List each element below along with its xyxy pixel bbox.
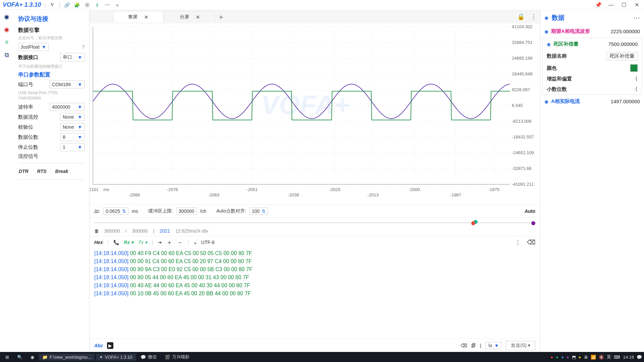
font-dec-button[interactable]: －: [177, 238, 183, 246]
tray-notif-icon[interactable]: 💬: [637, 355, 642, 360]
hex-toggle[interactable]: Hex: [94, 240, 103, 245]
encoding-icon[interactable]: ⟁: [194, 240, 197, 245]
fingerprint-icon[interactable]: 〰: [104, 2, 111, 8]
lineend-select[interactable]: \n▼: [485, 342, 502, 349]
tray-wifi-icon[interactable]: 📶: [591, 355, 596, 360]
tab-split[interactable]: 分屏 ✕: [165, 11, 215, 22]
os-taskbar[interactable]: ⊞ 🔍 ◉ 📁 F:\new_work\bigmo... ✦ VOFA+ 1.3…: [0, 352, 644, 362]
tray-clock[interactable]: 14:18: [623, 355, 634, 360]
tray-ime[interactable]: 英: [607, 354, 611, 360]
port-select[interactable]: COM189▼: [50, 80, 85, 88]
dt-input[interactable]: 0.0625⇅: [103, 207, 128, 215]
break-button[interactable]: Break: [55, 169, 68, 174]
lock-icon[interactable]: 🔒: [517, 13, 525, 20]
close-button[interactable]: ✕: [632, 2, 641, 8]
start-button[interactable]: ⊞: [2, 354, 12, 361]
log-panel: Hex | 📞 Rx ▾ Tx ▾ | ⇥ ＋ － | ⟁ UTF-8 ⋮ ⌫ …: [90, 236, 540, 352]
data-row-expected[interactable]: ◉ 期望A相电流波形 2225.000000: [540, 25, 644, 37]
tab-more-icon[interactable]: ⋮: [531, 13, 537, 20]
minimize-button[interactable]: —: [606, 2, 616, 8]
task-circle[interactable]: ◉: [27, 354, 38, 361]
send-list-icon[interactable]: 🗐: [471, 343, 476, 348]
tray-icon[interactable]: 🖥: [584, 355, 588, 360]
time-slider[interactable]: [94, 219, 535, 226]
eye-icon[interactable]: ◉: [547, 42, 551, 47]
waveform-chart[interactable]: [90, 23, 540, 204]
info-icon[interactable]: ℹ: [94, 2, 101, 8]
flow-select[interactable]: None▼: [60, 113, 85, 121]
color-swatch[interactable]: [630, 64, 638, 72]
task-wx2[interactable]: 🎬 万兴喵影: [161, 353, 193, 361]
rail-record-icon[interactable]: ◉: [3, 25, 11, 34]
slider-handle-b[interactable]: [471, 221, 475, 225]
spin-icon[interactable]: ⇅: [262, 208, 266, 214]
system-tray[interactable]: ● ● ● ● ⬒ ● 🖥 📶 🔇 英 ⌨ 14:18 💬: [550, 354, 642, 360]
rx-toggle[interactable]: Rx ▾: [124, 240, 133, 245]
tray-icon[interactable]: ●: [550, 355, 553, 360]
data-name: A相实际电流: [551, 98, 608, 105]
eye-icon[interactable]: ◉: [544, 29, 548, 34]
send-button[interactable]: 发送(S) ▾: [506, 341, 535, 350]
link-icon[interactable]: 🔗: [64, 2, 70, 8]
v-icon[interactable]: 𝐕: [49, 2, 56, 8]
rail-circle-icon[interactable]: ◉: [3, 13, 11, 21]
tray-icon[interactable]: ●: [561, 355, 564, 360]
plugin-icon[interactable]: 🧩: [74, 2, 80, 8]
rail-copy-icon[interactable]: ⧉: [3, 51, 11, 59]
abc-toggle[interactable]: Abc: [94, 343, 103, 348]
add-tab-button[interactable]: ＋: [216, 12, 226, 21]
tab-close-icon[interactable]: ✕: [144, 14, 148, 20]
chart-controls: Δt: 0.0625⇅ ms 缓冲区上限: 300000 /ch Auto点数对…: [90, 204, 540, 218]
engine-select[interactable]: JustFloat▼: [18, 43, 49, 51]
help-icon[interactable]: ?: [82, 44, 85, 50]
iface-select[interactable]: 串口▼: [60, 53, 85, 62]
chevron-left-icon[interactable]: 〈: [633, 76, 638, 82]
spin-icon[interactable]: ⇅: [122, 208, 126, 214]
slider-handle-c[interactable]: [531, 221, 535, 225]
data-row-deadzone[interactable]: ◉ 死区补偿量 7500.000000: [543, 38, 642, 50]
rts-button[interactable]: RTS: [37, 169, 47, 174]
tab-close-icon[interactable]: ✕: [196, 14, 200, 20]
search-button[interactable]: 🔍: [14, 354, 26, 361]
task-explorer[interactable]: 📁 F:\new_work\bigmo...: [39, 354, 95, 361]
dtr-button[interactable]: DTR: [19, 169, 29, 174]
log-more-icon[interactable]: ⋮: [515, 239, 521, 246]
log-output[interactable]: [14:18:14.050] 00 40 F9 C4 00 60 EA C5 0…: [90, 248, 540, 339]
autoN-input[interactable]: 100⇅: [250, 207, 268, 215]
maximize-button[interactable]: ☐: [619, 2, 629, 8]
font-inc-button[interactable]: ＋: [166, 238, 172, 246]
tray-icon[interactable]: ●: [579, 355, 581, 360]
parity-select[interactable]: None▼: [60, 123, 85, 131]
tx-toggle[interactable]: Tx ▾: [138, 240, 147, 245]
tray-icon[interactable]: ●: [556, 355, 558, 360]
file-icon[interactable]: ▶: [107, 342, 113, 349]
chart-area[interactable]: [90, 23, 540, 204]
pin-button[interactable]: 📌: [594, 2, 603, 8]
stopbits-select[interactable]: 1▼: [60, 143, 85, 151]
auto-button[interactable]: Auto: [525, 208, 535, 214]
eye-icon[interactable]: ◉: [544, 99, 548, 104]
tab-full[interactable]: 整屏 ✕: [113, 11, 163, 22]
target-icon[interactable]: ⦿: [84, 2, 91, 8]
linewrap-icon[interactable]: ⇥: [158, 240, 162, 245]
tray-icon[interactable]: ●: [567, 355, 569, 360]
databits-select[interactable]: 8▼: [60, 133, 85, 141]
tray-volume-icon[interactable]: 🔇: [599, 355, 604, 360]
task-wechat[interactable]: 💬 微信: [137, 353, 160, 361]
rail-menu-icon[interactable]: ≡: [3, 38, 11, 46]
collapse-icon[interactable]: «: [114, 2, 121, 8]
log-erase-icon[interactable]: ⌫: [527, 239, 535, 246]
tray-keyboard-icon[interactable]: ⌨: [614, 355, 620, 360]
clear-send-icon[interactable]: ⌫: [461, 343, 467, 348]
data-row-actual[interactable]: ◉ A相实际电流 1497.000000: [540, 96, 644, 107]
trash-icon[interactable]: 🗑: [94, 228, 99, 234]
buf-input[interactable]: 300000: [176, 207, 197, 215]
eye-icon[interactable]: ◉: [544, 15, 548, 20]
data-more-icon[interactable]: ⋯: [633, 14, 640, 22]
prop-dataname-input[interactable]: 死区补偿量: [606, 52, 638, 60]
chevron-left-icon[interactable]: 〈: [633, 86, 638, 93]
phone-icon[interactable]: 📞: [113, 240, 119, 245]
baud-select[interactable]: 4000000▼: [50, 103, 85, 111]
task-vofa[interactable]: ✦ VOFA+ 1.3.10: [96, 354, 136, 361]
tray-icon[interactable]: ⬒: [572, 355, 576, 360]
